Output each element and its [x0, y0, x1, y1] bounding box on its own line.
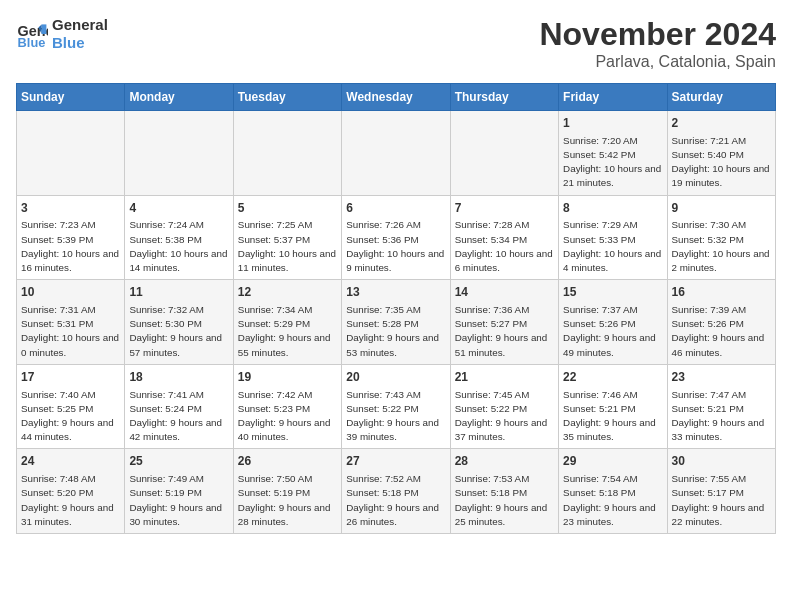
calendar-cell: 17Sunrise: 7:40 AM Sunset: 5:25 PM Dayli…: [17, 364, 125, 449]
day-info: Sunrise: 7:32 AM Sunset: 5:30 PM Dayligh…: [129, 303, 228, 360]
day-info: Sunrise: 7:28 AM Sunset: 5:34 PM Dayligh…: [455, 218, 554, 275]
calendar-cell: 22Sunrise: 7:46 AM Sunset: 5:21 PM Dayli…: [559, 364, 667, 449]
svg-marker-2: [42, 24, 47, 34]
weekday-header-tuesday: Tuesday: [233, 84, 341, 111]
day-number: 19: [238, 369, 337, 386]
calendar-cell: 23Sunrise: 7:47 AM Sunset: 5:21 PM Dayli…: [667, 364, 775, 449]
logo-line2: Blue: [52, 34, 108, 52]
calendar-cell: 9Sunrise: 7:30 AM Sunset: 5:32 PM Daylig…: [667, 195, 775, 280]
logo-line1: General: [52, 16, 108, 34]
calendar-cell: 6Sunrise: 7:26 AM Sunset: 5:36 PM Daylig…: [342, 195, 450, 280]
calendar-table: SundayMondayTuesdayWednesdayThursdayFrid…: [16, 83, 776, 534]
day-number: 16: [672, 284, 771, 301]
calendar-cell: 1Sunrise: 7:20 AM Sunset: 5:42 PM Daylig…: [559, 111, 667, 196]
weekday-header-wednesday: Wednesday: [342, 84, 450, 111]
day-number: 24: [21, 453, 120, 470]
day-number: 10: [21, 284, 120, 301]
day-info: Sunrise: 7:40 AM Sunset: 5:25 PM Dayligh…: [21, 388, 120, 445]
calendar-cell: 11Sunrise: 7:32 AM Sunset: 5:30 PM Dayli…: [125, 280, 233, 365]
day-info: Sunrise: 7:42 AM Sunset: 5:23 PM Dayligh…: [238, 388, 337, 445]
day-number: 12: [238, 284, 337, 301]
day-info: Sunrise: 7:45 AM Sunset: 5:22 PM Dayligh…: [455, 388, 554, 445]
day-info: Sunrise: 7:26 AM Sunset: 5:36 PM Dayligh…: [346, 218, 445, 275]
day-info: Sunrise: 7:48 AM Sunset: 5:20 PM Dayligh…: [21, 472, 120, 529]
day-number: 21: [455, 369, 554, 386]
day-number: 27: [346, 453, 445, 470]
calendar-cell: [125, 111, 233, 196]
calendar-cell: [17, 111, 125, 196]
day-number: 11: [129, 284, 228, 301]
day-info: Sunrise: 7:50 AM Sunset: 5:19 PM Dayligh…: [238, 472, 337, 529]
day-info: Sunrise: 7:21 AM Sunset: 5:40 PM Dayligh…: [672, 134, 771, 191]
calendar-cell: 21Sunrise: 7:45 AM Sunset: 5:22 PM Dayli…: [450, 364, 558, 449]
day-info: Sunrise: 7:39 AM Sunset: 5:26 PM Dayligh…: [672, 303, 771, 360]
day-info: Sunrise: 7:24 AM Sunset: 5:38 PM Dayligh…: [129, 218, 228, 275]
calendar-cell: 14Sunrise: 7:36 AM Sunset: 5:27 PM Dayli…: [450, 280, 558, 365]
calendar-cell: 29Sunrise: 7:54 AM Sunset: 5:18 PM Dayli…: [559, 449, 667, 534]
day-number: 18: [129, 369, 228, 386]
day-info: Sunrise: 7:52 AM Sunset: 5:18 PM Dayligh…: [346, 472, 445, 529]
location: Parlava, Catalonia, Spain: [539, 53, 776, 71]
calendar-cell: 8Sunrise: 7:29 AM Sunset: 5:33 PM Daylig…: [559, 195, 667, 280]
day-number: 23: [672, 369, 771, 386]
calendar-cell: 16Sunrise: 7:39 AM Sunset: 5:26 PM Dayli…: [667, 280, 775, 365]
day-info: Sunrise: 7:54 AM Sunset: 5:18 PM Dayligh…: [563, 472, 662, 529]
logo: General Blue General Blue: [16, 16, 108, 52]
day-number: 7: [455, 200, 554, 217]
weekday-header-sunday: Sunday: [17, 84, 125, 111]
weekday-header-thursday: Thursday: [450, 84, 558, 111]
weekday-header-saturday: Saturday: [667, 84, 775, 111]
logo-icon: General Blue: [16, 18, 48, 50]
day-info: Sunrise: 7:47 AM Sunset: 5:21 PM Dayligh…: [672, 388, 771, 445]
day-number: 29: [563, 453, 662, 470]
day-number: 25: [129, 453, 228, 470]
calendar-cell: 20Sunrise: 7:43 AM Sunset: 5:22 PM Dayli…: [342, 364, 450, 449]
day-number: 13: [346, 284, 445, 301]
calendar-cell: 26Sunrise: 7:50 AM Sunset: 5:19 PM Dayli…: [233, 449, 341, 534]
day-info: Sunrise: 7:30 AM Sunset: 5:32 PM Dayligh…: [672, 218, 771, 275]
month-title: November 2024: [539, 16, 776, 53]
day-info: Sunrise: 7:41 AM Sunset: 5:24 PM Dayligh…: [129, 388, 228, 445]
day-info: Sunrise: 7:20 AM Sunset: 5:42 PM Dayligh…: [563, 134, 662, 191]
day-info: Sunrise: 7:37 AM Sunset: 5:26 PM Dayligh…: [563, 303, 662, 360]
calendar-cell: 4Sunrise: 7:24 AM Sunset: 5:38 PM Daylig…: [125, 195, 233, 280]
calendar-cell: [450, 111, 558, 196]
calendar-cell: 10Sunrise: 7:31 AM Sunset: 5:31 PM Dayli…: [17, 280, 125, 365]
day-number: 14: [455, 284, 554, 301]
day-info: Sunrise: 7:35 AM Sunset: 5:28 PM Dayligh…: [346, 303, 445, 360]
calendar-cell: 7Sunrise: 7:28 AM Sunset: 5:34 PM Daylig…: [450, 195, 558, 280]
calendar-cell: 28Sunrise: 7:53 AM Sunset: 5:18 PM Dayli…: [450, 449, 558, 534]
day-number: 4: [129, 200, 228, 217]
day-info: Sunrise: 7:25 AM Sunset: 5:37 PM Dayligh…: [238, 218, 337, 275]
calendar-cell: 12Sunrise: 7:34 AM Sunset: 5:29 PM Dayli…: [233, 280, 341, 365]
day-info: Sunrise: 7:55 AM Sunset: 5:17 PM Dayligh…: [672, 472, 771, 529]
day-info: Sunrise: 7:31 AM Sunset: 5:31 PM Dayligh…: [21, 303, 120, 360]
weekday-header-monday: Monday: [125, 84, 233, 111]
calendar-cell: 27Sunrise: 7:52 AM Sunset: 5:18 PM Dayli…: [342, 449, 450, 534]
day-number: 17: [21, 369, 120, 386]
day-number: 28: [455, 453, 554, 470]
day-info: Sunrise: 7:53 AM Sunset: 5:18 PM Dayligh…: [455, 472, 554, 529]
day-number: 5: [238, 200, 337, 217]
day-number: 22: [563, 369, 662, 386]
day-info: Sunrise: 7:46 AM Sunset: 5:21 PM Dayligh…: [563, 388, 662, 445]
day-info: Sunrise: 7:23 AM Sunset: 5:39 PM Dayligh…: [21, 218, 120, 275]
page-header: General Blue General Blue November 2024 …: [16, 16, 776, 71]
calendar-cell: [342, 111, 450, 196]
calendar-cell: 3Sunrise: 7:23 AM Sunset: 5:39 PM Daylig…: [17, 195, 125, 280]
day-number: 1: [563, 115, 662, 132]
day-number: 15: [563, 284, 662, 301]
calendar-cell: 5Sunrise: 7:25 AM Sunset: 5:37 PM Daylig…: [233, 195, 341, 280]
day-number: 8: [563, 200, 662, 217]
day-number: 20: [346, 369, 445, 386]
title-block: November 2024 Parlava, Catalonia, Spain: [539, 16, 776, 71]
day-number: 6: [346, 200, 445, 217]
day-info: Sunrise: 7:34 AM Sunset: 5:29 PM Dayligh…: [238, 303, 337, 360]
day-number: 3: [21, 200, 120, 217]
day-info: Sunrise: 7:43 AM Sunset: 5:22 PM Dayligh…: [346, 388, 445, 445]
calendar-cell: [233, 111, 341, 196]
calendar-cell: 2Sunrise: 7:21 AM Sunset: 5:40 PM Daylig…: [667, 111, 775, 196]
calendar-cell: 30Sunrise: 7:55 AM Sunset: 5:17 PM Dayli…: [667, 449, 775, 534]
calendar-cell: 25Sunrise: 7:49 AM Sunset: 5:19 PM Dayli…: [125, 449, 233, 534]
weekday-header-friday: Friday: [559, 84, 667, 111]
